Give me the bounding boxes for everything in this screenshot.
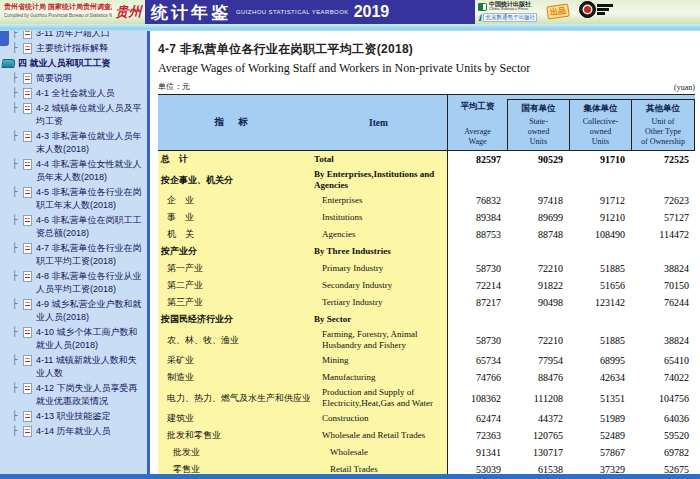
col-header-other-units: 其他单位 Unit of Other Type of Ownership — [632, 100, 694, 150]
tree-branch-icon: ├ — [12, 270, 22, 282]
row-indicator-en: Wholesale — [310, 444, 448, 461]
page-title: 4-7 非私营单位各行业在岗职工平均工资(2018) — [158, 41, 695, 58]
table-row: 第三产业Tertiary Industry8721790498123142762… — [158, 294, 695, 311]
tree-branch-icon: ├ — [12, 72, 22, 84]
col-header-item: Item — [310, 95, 448, 150]
row-indicator-cn: 制造业 — [158, 369, 310, 386]
row-indicator-en: Tertiary Industry — [310, 294, 448, 311]
cell-other-units: 72525 — [631, 151, 695, 168]
cell-collective-owned — [569, 311, 631, 328]
sidebar-item[interactable]: ├4-2 城镇单位就业人员及平均工资 — [2, 102, 145, 128]
sidebar-item[interactable]: ├4-1 全社会就业人员 — [2, 87, 145, 100]
row-indicator-cn: 农、林、牧、渔业 — [158, 328, 310, 352]
row-indicator-en: Mining — [310, 352, 448, 369]
sidebar-item[interactable]: ├4-8 非私营单位各行业从业人员平均工资(2018) — [2, 270, 145, 296]
sidebar-item[interactable]: ├4-12 下岗失业人员享受再就业优惠政策情况 — [2, 382, 145, 408]
cell-other-units — [631, 243, 695, 260]
cell-other-units: 65410 — [631, 352, 695, 369]
sidebar-item[interactable]: ├4-3 非私营单位就业人员年末人数(2018) — [2, 130, 145, 156]
document-icon — [23, 187, 32, 198]
table-row: 机 关Agencies8875388748108490114472 — [158, 226, 695, 243]
cell-other-units: 114472 — [631, 226, 695, 243]
sidebar-item-label: 4-8 非私营单位各行业从业人员平均工资(2018) — [36, 270, 145, 296]
row-indicator-en: Farming, Forestry, Animal Husbandry and … — [310, 328, 448, 352]
col-header-collective-en: Collective- owned Units — [583, 117, 619, 147]
cell-other-units — [631, 311, 695, 328]
cell-state-owned: 89699 — [507, 209, 569, 226]
sidebar-item[interactable]: ├4-9 城乡私营企业户数和就业人员(2018) — [2, 298, 145, 324]
cell-collective-owned: 42634 — [569, 369, 631, 386]
table-row: 建筑业Construction62474443725198964036 — [158, 410, 695, 427]
cell-average-wage: 87217 — [448, 294, 507, 311]
sidebar-item-label: 4-1 全社会就业人员 — [36, 87, 145, 100]
cell-state-owned: 97418 — [507, 192, 569, 209]
sidebar-item[interactable]: ├4-11 城镇新就业人数和失业人数 — [2, 354, 145, 380]
wage-table: 指 标 Item 平均工资 Average Wage 国有单位 State- o… — [158, 94, 695, 474]
document-icon — [23, 383, 32, 394]
table-row: 按产业分By Three Industries — [158, 243, 695, 260]
cell-average-wage: 82597 — [448, 151, 507, 168]
col-header-state-owned: 国有单位 State- owned Units — [508, 100, 570, 150]
tree-branch-icon: ├ — [12, 410, 22, 422]
main-panel: 4-7 非私营单位各行业在岗职工平均工资(2018) Average Wages… — [150, 31, 700, 474]
cell-state-owned — [507, 311, 569, 328]
cell-other-units: 72623 — [631, 192, 695, 209]
col-header-state-en: State- owned Units — [528, 117, 549, 147]
row-indicator-en: Agencies — [310, 226, 448, 243]
agency-line-cn: 贵州省统计局 国家统计局贵州调查总队 编 — [4, 2, 112, 12]
unit-row: 单位：元 (yuan) — [158, 81, 695, 92]
table-row: 第二产业Secondary Industry722149182251656701… — [158, 277, 695, 294]
row-indicator-cn: 按产业分 — [158, 243, 310, 260]
row-indicator-en: Secondary Industry — [310, 277, 448, 294]
document-icon — [23, 159, 32, 170]
document-icon — [23, 31, 32, 39]
cell-average-wage: 72214 — [448, 277, 507, 294]
sidebar-item[interactable]: ├4-10 城乡个体工商户数和就业人员(2018) — [2, 326, 145, 352]
table-row: 企 业Enterprises76832974189171272623 — [158, 192, 695, 209]
cell-state-owned — [507, 168, 569, 192]
cell-other-units: 57127 — [631, 209, 695, 226]
sidebar-item-label: 4-2 城镇单位就业人员及平均工资 — [36, 102, 145, 128]
row-indicator-en: By Enterprises,Institutions and Agencies — [310, 168, 448, 192]
row-indicator-cn: 批发业 — [158, 444, 310, 461]
tree-branch-icon: ├ — [12, 102, 22, 114]
row-indicator-cn: 批发和零售业 — [158, 427, 310, 444]
sidebar-item[interactable]: ├4-4 非私营单位女性就业人员年末人数(2018) — [2, 158, 145, 184]
yearbook-viewer-window: 贵州省统计局 国家统计局贵州调查总队 编 Compiled by Guizhou… — [0, 0, 700, 479]
sidebar-chapter-item[interactable]: 四 就业人员和职工工资 — [2, 57, 145, 70]
tree-branch-icon: ├ — [12, 42, 22, 54]
sidebar-item[interactable]: ├4-14 历年就业人员 — [2, 425, 145, 438]
sidebar-item-label: 4-3 非私营单位就业人员年末人数(2018) — [36, 130, 145, 156]
sidebar-scroll-button[interactable] — [0, 31, 9, 46]
col-header-avg-cn: 平均工资 — [461, 101, 495, 113]
sidebar-item[interactable]: ├简要说明 — [2, 72, 145, 85]
cell-other-units: 64036 — [631, 410, 695, 427]
col-header-collective-owned: 集体单位 Collective- owned Units — [570, 100, 632, 150]
cell-collective-owned: 57867 — [569, 444, 631, 461]
cell-state-owned: 90529 — [507, 151, 569, 168]
sidebar-item-label: 4-10 城乡个体工商户数和就业人员(2018) — [36, 326, 145, 352]
cell-average-wage — [448, 311, 507, 328]
sidebar-item[interactable]: ├4-7 非私营单位各行业在岗职工平均工资(2018) — [2, 242, 145, 268]
cell-average-wage: 58730 — [448, 328, 507, 352]
bottom-border-strip — [0, 474, 700, 479]
cell-state-owned: 77954 — [507, 352, 569, 369]
cell-collective-owned: 37329 — [569, 461, 631, 474]
sidebar-item[interactable]: ├4-13 职业技能鉴定 — [2, 410, 145, 423]
sidebar-nav[interactable]: ├3-11 历年户籍人口├主要统计指标解释四 就业人员和职工工资├简要说明├4-… — [0, 31, 150, 474]
tree-branch-icon: ├ — [12, 214, 22, 226]
table-row: 事 业Institutions89384896999121057127 — [158, 209, 695, 226]
sidebar-item-label: 4-9 城乡私营企业户数和就业人员(2018) — [36, 298, 145, 324]
sidebar-item[interactable]: ├4-6 非私营单位在岗职工工资总额(2018) — [2, 214, 145, 240]
sidebar-item[interactable]: ├主要统计指标解释 — [2, 42, 145, 55]
tree-branch-icon: ├ — [12, 298, 22, 310]
row-indicator-en: Wholesale and Retail Trades — [310, 427, 448, 444]
sidebar-item[interactable]: ├4-5 非私营单位各行业在岗职工年末人数(2018) — [2, 186, 145, 212]
agency-line-en: Compiled by Guizhou Provincial Bureau of… — [4, 12, 101, 17]
sidebar-item-label: 4-4 非私营单位女性就业人员年末人数(2018) — [36, 158, 145, 184]
table-body: 总 计Total82597905299171072525按企事业、机关分By E… — [158, 151, 695, 474]
cell-state-owned: 88476 — [507, 369, 569, 386]
content-area: ├3-11 历年户籍人口├主要统计指标解释四 就业人员和职工工资├简要说明├4-… — [0, 31, 700, 474]
row-indicator-cn: 机 关 — [158, 226, 310, 243]
sidebar-item[interactable]: ├3-11 历年户籍人口 — [2, 31, 145, 40]
